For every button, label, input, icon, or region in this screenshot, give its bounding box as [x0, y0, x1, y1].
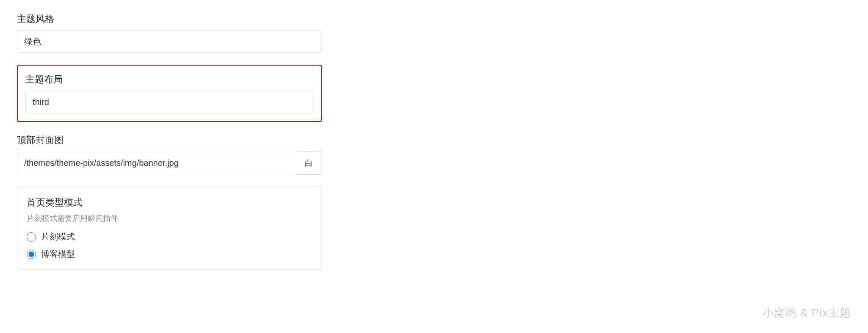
banner-image-input[interactable] — [17, 152, 296, 174]
watermark-text: 小窝哟 & Pix主题 — [763, 305, 851, 320]
radio-moment-label: 片刻模式 — [41, 231, 75, 242]
banner-image-label: 顶部封面图 — [17, 134, 322, 146]
radio-item-blog[interactable]: 博客模型 — [27, 248, 312, 260]
homepage-mode-section: 首页类型模式 片刻模式需要启用瞬间插件 片刻模式 博客模型 — [17, 187, 322, 270]
banner-image-field-group: 白 — [17, 151, 322, 175]
radio-blog-label: 博客模型 — [41, 248, 75, 260]
theme-layout-input[interactable] — [25, 91, 313, 113]
theme-layout-label: 主题布局 — [25, 73, 313, 86]
file-icon: 白 — [305, 157, 313, 169]
theme-style-input[interactable] — [17, 30, 322, 53]
homepage-mode-radio-group: 片刻模式 博客模型 — [27, 231, 312, 260]
theme-style-label: 主题风格 — [17, 13, 322, 25]
radio-item-moment[interactable]: 片刻模式 — [27, 231, 312, 242]
radio-blog[interactable] — [27, 250, 36, 259]
theme-style-section: 主题风格 — [17, 13, 322, 53]
banner-image-section: 顶部封面图 白 — [17, 134, 322, 175]
file-picker-button[interactable]: 白 — [296, 151, 322, 175]
homepage-mode-hint: 片刻模式需要启用瞬间插件 — [27, 213, 312, 223]
homepage-mode-label: 首页类型模式 — [27, 196, 312, 209]
theme-layout-section: 主题布局 — [17, 65, 322, 122]
radio-moment[interactable] — [27, 232, 36, 242]
